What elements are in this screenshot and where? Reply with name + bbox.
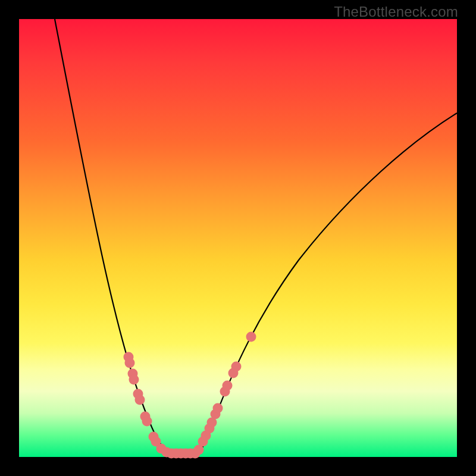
curve-marker [231, 362, 242, 372]
marker-group [124, 332, 256, 459]
chart-frame: TheBottleneck.com [0, 0, 476, 476]
curve-marker [213, 403, 223, 414]
bottleneck-curve-svg [19, 19, 457, 457]
curve-marker [246, 332, 256, 342]
watermark-label: TheBottleneck.com [334, 4, 458, 20]
curve-marker [142, 416, 152, 427]
curve-marker [129, 375, 139, 385]
curve-marker [135, 395, 145, 405]
bottleneck-curve-path [55, 19, 457, 453]
curve-marker [125, 358, 135, 368]
curve-marker [223, 381, 233, 391]
